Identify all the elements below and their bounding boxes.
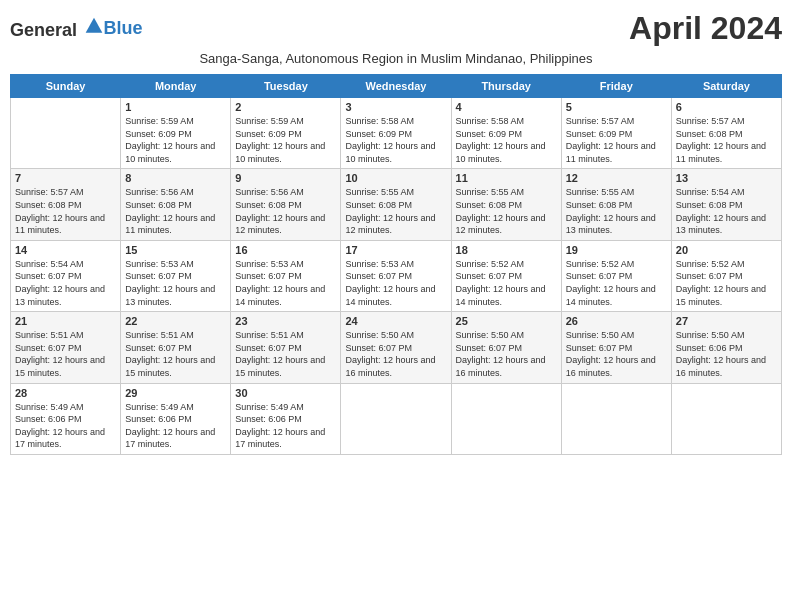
- calendar-cell: 2Sunrise: 5:59 AM Sunset: 6:09 PM Daylig…: [231, 98, 341, 169]
- day-number: 14: [15, 244, 116, 256]
- calendar-cell: 20Sunrise: 5:52 AM Sunset: 6:07 PM Dayli…: [671, 240, 781, 311]
- day-number: 10: [345, 172, 446, 184]
- calendar-cell: [451, 383, 561, 454]
- page-title: April 2024: [629, 10, 782, 47]
- day-header-friday: Friday: [561, 75, 671, 98]
- day-info: Sunrise: 5:49 AM Sunset: 6:06 PM Dayligh…: [235, 401, 336, 451]
- calendar-cell: 1Sunrise: 5:59 AM Sunset: 6:09 PM Daylig…: [121, 98, 231, 169]
- calendar-cell: 26Sunrise: 5:50 AM Sunset: 6:07 PM Dayli…: [561, 312, 671, 383]
- calendar-cell: 11Sunrise: 5:55 AM Sunset: 6:08 PM Dayli…: [451, 169, 561, 240]
- day-number: 9: [235, 172, 336, 184]
- logo-general: General: [10, 20, 77, 40]
- calendar-cell: 3Sunrise: 5:58 AM Sunset: 6:09 PM Daylig…: [341, 98, 451, 169]
- day-number: 1: [125, 101, 226, 113]
- calendar-cell: 8Sunrise: 5:56 AM Sunset: 6:08 PM Daylig…: [121, 169, 231, 240]
- calendar-cell: 14Sunrise: 5:54 AM Sunset: 6:07 PM Dayli…: [11, 240, 121, 311]
- day-info: Sunrise: 5:49 AM Sunset: 6:06 PM Dayligh…: [15, 401, 116, 451]
- calendar-cell: [11, 98, 121, 169]
- day-info: Sunrise: 5:55 AM Sunset: 6:08 PM Dayligh…: [456, 186, 557, 236]
- calendar-cell: 10Sunrise: 5:55 AM Sunset: 6:08 PM Dayli…: [341, 169, 451, 240]
- logo-icon: [84, 16, 104, 36]
- day-info: Sunrise: 5:49 AM Sunset: 6:06 PM Dayligh…: [125, 401, 226, 451]
- calendar-cell: [561, 383, 671, 454]
- day-number: 5: [566, 101, 667, 113]
- calendar-cell: 29Sunrise: 5:49 AM Sunset: 6:06 PM Dayli…: [121, 383, 231, 454]
- svg-marker-0: [85, 18, 102, 33]
- calendar-cell: 18Sunrise: 5:52 AM Sunset: 6:07 PM Dayli…: [451, 240, 561, 311]
- day-info: Sunrise: 5:59 AM Sunset: 6:09 PM Dayligh…: [125, 115, 226, 165]
- day-number: 28: [15, 387, 116, 399]
- day-number: 3: [345, 101, 446, 113]
- day-info: Sunrise: 5:57 AM Sunset: 6:09 PM Dayligh…: [566, 115, 667, 165]
- day-number: 8: [125, 172, 226, 184]
- day-info: Sunrise: 5:53 AM Sunset: 6:07 PM Dayligh…: [125, 258, 226, 308]
- day-header-tuesday: Tuesday: [231, 75, 341, 98]
- day-info: Sunrise: 5:51 AM Sunset: 6:07 PM Dayligh…: [235, 329, 336, 379]
- day-number: 12: [566, 172, 667, 184]
- day-info: Sunrise: 5:50 AM Sunset: 6:06 PM Dayligh…: [676, 329, 777, 379]
- day-info: Sunrise: 5:58 AM Sunset: 6:09 PM Dayligh…: [456, 115, 557, 165]
- calendar-cell: 30Sunrise: 5:49 AM Sunset: 6:06 PM Dayli…: [231, 383, 341, 454]
- calendar-cell: 12Sunrise: 5:55 AM Sunset: 6:08 PM Dayli…: [561, 169, 671, 240]
- day-info: Sunrise: 5:52 AM Sunset: 6:07 PM Dayligh…: [456, 258, 557, 308]
- calendar-cell: 19Sunrise: 5:52 AM Sunset: 6:07 PM Dayli…: [561, 240, 671, 311]
- day-number: 17: [345, 244, 446, 256]
- calendar-table: SundayMondayTuesdayWednesdayThursdayFrid…: [10, 74, 782, 455]
- day-info: Sunrise: 5:56 AM Sunset: 6:08 PM Dayligh…: [235, 186, 336, 236]
- calendar-cell: 27Sunrise: 5:50 AM Sunset: 6:06 PM Dayli…: [671, 312, 781, 383]
- day-number: 26: [566, 315, 667, 327]
- day-number: 24: [345, 315, 446, 327]
- day-info: Sunrise: 5:51 AM Sunset: 6:07 PM Dayligh…: [125, 329, 226, 379]
- day-info: Sunrise: 5:51 AM Sunset: 6:07 PM Dayligh…: [15, 329, 116, 379]
- day-info: Sunrise: 5:59 AM Sunset: 6:09 PM Dayligh…: [235, 115, 336, 165]
- day-number: 29: [125, 387, 226, 399]
- day-number: 21: [15, 315, 116, 327]
- day-number: 4: [456, 101, 557, 113]
- calendar-cell: [341, 383, 451, 454]
- subtitle: Sanga-Sanga, Autonomous Region in Muslim…: [10, 51, 782, 66]
- day-number: 23: [235, 315, 336, 327]
- calendar-cell: 13Sunrise: 5:54 AM Sunset: 6:08 PM Dayli…: [671, 169, 781, 240]
- day-number: 15: [125, 244, 226, 256]
- day-info: Sunrise: 5:55 AM Sunset: 6:08 PM Dayligh…: [566, 186, 667, 236]
- day-info: Sunrise: 5:50 AM Sunset: 6:07 PM Dayligh…: [566, 329, 667, 379]
- day-info: Sunrise: 5:57 AM Sunset: 6:08 PM Dayligh…: [676, 115, 777, 165]
- calendar-cell: 28Sunrise: 5:49 AM Sunset: 6:06 PM Dayli…: [11, 383, 121, 454]
- day-number: 19: [566, 244, 667, 256]
- calendar-cell: 17Sunrise: 5:53 AM Sunset: 6:07 PM Dayli…: [341, 240, 451, 311]
- calendar-cell: [671, 383, 781, 454]
- day-info: Sunrise: 5:52 AM Sunset: 6:07 PM Dayligh…: [676, 258, 777, 308]
- day-number: 6: [676, 101, 777, 113]
- calendar-cell: 21Sunrise: 5:51 AM Sunset: 6:07 PM Dayli…: [11, 312, 121, 383]
- day-number: 2: [235, 101, 336, 113]
- day-number: 13: [676, 172, 777, 184]
- day-info: Sunrise: 5:54 AM Sunset: 6:08 PM Dayligh…: [676, 186, 777, 236]
- day-number: 30: [235, 387, 336, 399]
- day-number: 16: [235, 244, 336, 256]
- day-info: Sunrise: 5:50 AM Sunset: 6:07 PM Dayligh…: [456, 329, 557, 379]
- calendar-cell: 23Sunrise: 5:51 AM Sunset: 6:07 PM Dayli…: [231, 312, 341, 383]
- calendar-cell: 5Sunrise: 5:57 AM Sunset: 6:09 PM Daylig…: [561, 98, 671, 169]
- calendar-cell: 15Sunrise: 5:53 AM Sunset: 6:07 PM Dayli…: [121, 240, 231, 311]
- calendar-cell: 25Sunrise: 5:50 AM Sunset: 6:07 PM Dayli…: [451, 312, 561, 383]
- day-number: 25: [456, 315, 557, 327]
- day-header-sunday: Sunday: [11, 75, 121, 98]
- calendar-cell: 24Sunrise: 5:50 AM Sunset: 6:07 PM Dayli…: [341, 312, 451, 383]
- day-number: 20: [676, 244, 777, 256]
- calendar-cell: 22Sunrise: 5:51 AM Sunset: 6:07 PM Dayli…: [121, 312, 231, 383]
- day-header-saturday: Saturday: [671, 75, 781, 98]
- day-info: Sunrise: 5:53 AM Sunset: 6:07 PM Dayligh…: [235, 258, 336, 308]
- day-header-wednesday: Wednesday: [341, 75, 451, 98]
- day-info: Sunrise: 5:58 AM Sunset: 6:09 PM Dayligh…: [345, 115, 446, 165]
- day-info: Sunrise: 5:56 AM Sunset: 6:08 PM Dayligh…: [125, 186, 226, 236]
- day-number: 7: [15, 172, 116, 184]
- day-number: 18: [456, 244, 557, 256]
- day-number: 11: [456, 172, 557, 184]
- day-info: Sunrise: 5:54 AM Sunset: 6:07 PM Dayligh…: [15, 258, 116, 308]
- day-info: Sunrise: 5:53 AM Sunset: 6:07 PM Dayligh…: [345, 258, 446, 308]
- day-number: 22: [125, 315, 226, 327]
- day-info: Sunrise: 5:57 AM Sunset: 6:08 PM Dayligh…: [15, 186, 116, 236]
- calendar-cell: 7Sunrise: 5:57 AM Sunset: 6:08 PM Daylig…: [11, 169, 121, 240]
- logo: General Blue: [10, 16, 143, 41]
- logo-blue: Blue: [104, 18, 143, 38]
